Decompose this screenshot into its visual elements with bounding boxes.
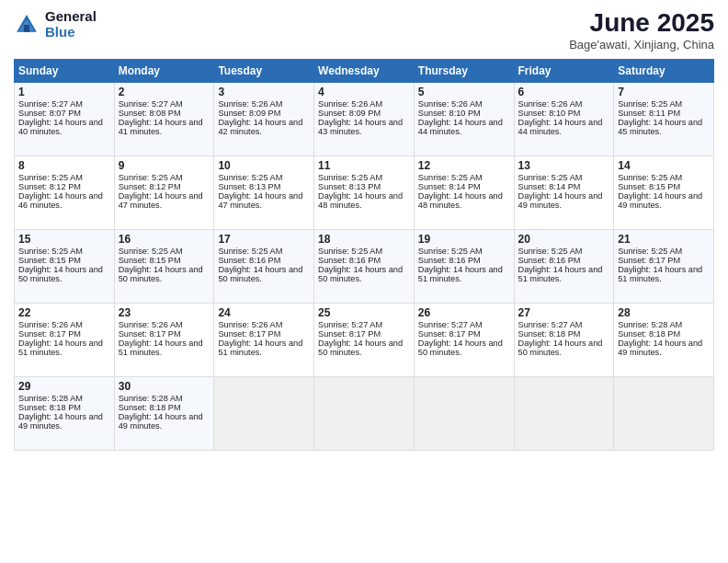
table-row xyxy=(214,376,314,450)
sunrise-label: Sunrise: 5:26 AM xyxy=(18,320,83,329)
daylight-label: Daylight: 14 hours and 43 minutes. xyxy=(318,118,403,136)
col-monday: Monday xyxy=(114,59,214,82)
daylight-label: Daylight: 14 hours and 51 minutes. xyxy=(618,265,702,283)
sunset-label: Sunset: 8:16 PM xyxy=(518,256,581,265)
sunrise-label: Sunrise: 5:25 AM xyxy=(618,99,682,109)
daylight-label: Daylight: 14 hours and 40 minutes. xyxy=(18,118,103,136)
daylight-label: Daylight: 14 hours and 50 minutes. xyxy=(18,265,103,283)
day-number: 26 xyxy=(418,306,510,319)
logo: General Blue xyxy=(14,9,97,40)
sunset-label: Sunset: 8:16 PM xyxy=(218,256,280,265)
daylight-label: Daylight: 14 hours and 49 minutes. xyxy=(18,412,103,431)
daylight-label: Daylight: 14 hours and 47 minutes. xyxy=(119,191,203,210)
day-number: 27 xyxy=(518,306,610,319)
month-title: June 2025 xyxy=(569,9,714,38)
header-row: Sunday Monday Tuesday Wednesday Thursday… xyxy=(15,59,714,82)
table-row: 13 Sunrise: 5:25 AM Sunset: 8:14 PM Dayl… xyxy=(514,155,614,229)
sunrise-label: Sunrise: 5:25 AM xyxy=(218,247,282,256)
sunrise-label: Sunrise: 5:27 AM xyxy=(18,99,83,109)
table-row xyxy=(514,376,614,450)
day-number: 15 xyxy=(18,233,110,246)
sunrise-label: Sunrise: 5:26 AM xyxy=(218,99,282,109)
sunrise-label: Sunrise: 5:25 AM xyxy=(318,173,382,182)
day-number: 21 xyxy=(618,233,710,246)
svg-rect-2 xyxy=(24,25,29,32)
calendar-row: 22 Sunrise: 5:26 AM Sunset: 8:17 PM Dayl… xyxy=(15,303,714,376)
day-number: 4 xyxy=(318,86,410,98)
day-number: 29 xyxy=(18,380,110,393)
sunrise-label: Sunrise: 5:25 AM xyxy=(318,247,382,256)
sunrise-label: Sunrise: 5:27 AM xyxy=(318,320,382,329)
calendar-row: 8 Sunrise: 5:25 AM Sunset: 8:12 PM Dayli… xyxy=(15,155,714,229)
table-row: 24 Sunrise: 5:26 AM Sunset: 8:17 PM Dayl… xyxy=(214,303,314,376)
sunset-label: Sunset: 8:12 PM xyxy=(18,182,81,191)
table-row: 8 Sunrise: 5:25 AM Sunset: 8:12 PM Dayli… xyxy=(15,155,115,229)
table-row: 12 Sunrise: 5:25 AM Sunset: 8:14 PM Dayl… xyxy=(414,155,514,229)
table-row: 17 Sunrise: 5:25 AM Sunset: 8:16 PM Dayl… xyxy=(214,229,314,303)
calendar-body: 1 Sunrise: 5:27 AM Sunset: 8:07 PM Dayli… xyxy=(15,82,714,450)
sunset-label: Sunset: 8:09 PM xyxy=(218,109,280,118)
sunset-label: Sunset: 8:18 PM xyxy=(518,329,581,339)
table-row: 26 Sunrise: 5:27 AM Sunset: 8:17 PM Dayl… xyxy=(414,303,514,376)
sunset-label: Sunset: 8:14 PM xyxy=(518,182,581,191)
table-row: 19 Sunrise: 5:25 AM Sunset: 8:16 PM Dayl… xyxy=(414,229,514,303)
col-wednesday: Wednesday xyxy=(314,59,415,82)
day-number: 23 xyxy=(119,306,210,319)
page: General Blue June 2025 Bage'awati, Xinji… xyxy=(0,0,728,563)
day-number: 17 xyxy=(218,233,310,246)
table-row: 22 Sunrise: 5:26 AM Sunset: 8:17 PM Dayl… xyxy=(15,303,115,376)
table-row xyxy=(614,376,714,450)
table-row: 14 Sunrise: 5:25 AM Sunset: 8:15 PM Dayl… xyxy=(614,155,714,229)
col-sunday: Sunday xyxy=(15,59,115,82)
day-number: 12 xyxy=(418,159,510,172)
day-number: 2 xyxy=(119,86,210,98)
sunset-label: Sunset: 8:18 PM xyxy=(618,329,680,339)
daylight-label: Daylight: 14 hours and 50 minutes. xyxy=(418,339,503,357)
day-number: 5 xyxy=(418,86,510,98)
sunrise-label: Sunrise: 5:26 AM xyxy=(418,99,483,109)
sunrise-label: Sunrise: 5:25 AM xyxy=(618,173,682,182)
day-number: 1 xyxy=(18,86,110,98)
table-row: 29 Sunrise: 5:28 AM Sunset: 8:18 PM Dayl… xyxy=(15,376,115,450)
daylight-label: Daylight: 14 hours and 48 minutes. xyxy=(418,191,503,210)
day-number: 28 xyxy=(618,306,710,319)
daylight-label: Daylight: 14 hours and 48 minutes. xyxy=(318,191,403,210)
table-row xyxy=(314,376,415,450)
daylight-label: Daylight: 14 hours and 50 minutes. xyxy=(218,265,302,283)
sunset-label: Sunset: 8:08 PM xyxy=(119,109,181,118)
sunset-label: Sunset: 8:14 PM xyxy=(418,182,481,191)
daylight-label: Daylight: 14 hours and 47 minutes. xyxy=(218,191,302,210)
table-row: 7 Sunrise: 5:25 AM Sunset: 8:11 PM Dayli… xyxy=(614,82,714,155)
location-subtitle: Bage'awati, Xinjiang, China xyxy=(569,38,714,52)
calendar-row: 29 Sunrise: 5:28 AM Sunset: 8:18 PM Dayl… xyxy=(15,376,714,450)
table-row: 2 Sunrise: 5:27 AM Sunset: 8:08 PM Dayli… xyxy=(114,82,214,155)
sunrise-label: Sunrise: 5:26 AM xyxy=(518,99,583,109)
sunset-label: Sunset: 8:17 PM xyxy=(18,329,81,339)
table-row: 11 Sunrise: 5:25 AM Sunset: 8:13 PM Dayl… xyxy=(314,155,415,229)
day-number: 25 xyxy=(318,306,410,319)
sunrise-label: Sunrise: 5:25 AM xyxy=(119,173,183,182)
table-row: 10 Sunrise: 5:25 AM Sunset: 8:13 PM Dayl… xyxy=(214,155,314,229)
day-number: 10 xyxy=(218,159,310,172)
sunrise-label: Sunrise: 5:26 AM xyxy=(318,99,382,109)
day-number: 18 xyxy=(318,233,410,246)
sunset-label: Sunset: 8:16 PM xyxy=(418,256,481,265)
sunset-label: Sunset: 8:13 PM xyxy=(318,182,381,191)
sunrise-label: Sunrise: 5:26 AM xyxy=(119,320,183,329)
table-row: 30 Sunrise: 5:28 AM Sunset: 8:18 PM Dayl… xyxy=(114,376,214,450)
sunset-label: Sunset: 8:11 PM xyxy=(618,109,680,118)
daylight-label: Daylight: 14 hours and 51 minutes. xyxy=(418,265,503,283)
sunrise-label: Sunrise: 5:25 AM xyxy=(418,247,483,256)
col-thursday: Thursday xyxy=(414,59,514,82)
sunset-label: Sunset: 8:17 PM xyxy=(218,329,280,339)
day-number: 16 xyxy=(119,233,210,246)
sunrise-label: Sunrise: 5:25 AM xyxy=(518,173,583,182)
logo-icon xyxy=(14,12,40,38)
sunset-label: Sunset: 8:10 PM xyxy=(418,109,481,118)
logo-text: General Blue xyxy=(45,9,97,40)
col-saturday: Saturday xyxy=(614,59,714,82)
daylight-label: Daylight: 14 hours and 49 minutes. xyxy=(119,412,203,431)
sunset-label: Sunset: 8:17 PM xyxy=(418,329,481,339)
sunset-label: Sunset: 8:18 PM xyxy=(18,403,81,412)
sunrise-label: Sunrise: 5:25 AM xyxy=(618,247,682,256)
